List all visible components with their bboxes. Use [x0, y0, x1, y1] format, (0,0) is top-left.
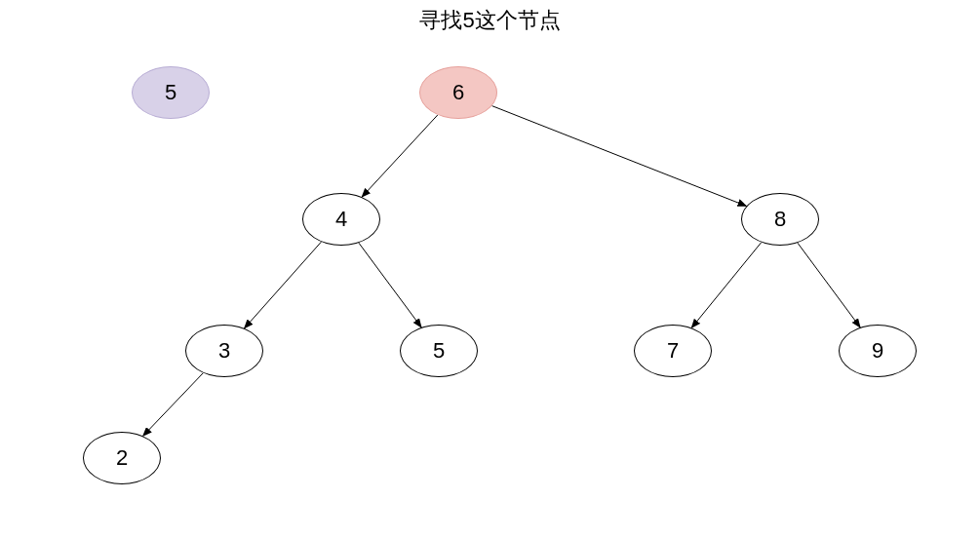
- edge-n4-n5: [359, 243, 421, 327]
- node-label: 3: [218, 338, 230, 364]
- tree-node-2: 2: [83, 432, 161, 484]
- node-label: 4: [335, 207, 347, 232]
- tree-node-6: 6: [419, 66, 497, 119]
- edge-n4-n3: [245, 242, 322, 328]
- tree-node-3: 3: [185, 325, 263, 377]
- tree-node-7: 7: [634, 325, 712, 377]
- target-node: 5: [132, 66, 210, 119]
- node-label: 2: [116, 445, 128, 471]
- node-label: 8: [774, 207, 786, 232]
- node-label: 7: [667, 338, 679, 364]
- node-label: 6: [452, 80, 464, 105]
- node-label: 5: [165, 80, 176, 105]
- edge-n8-n7: [691, 243, 761, 328]
- tree-node-9: 9: [839, 325, 917, 377]
- tree-node-5: 5: [400, 325, 478, 377]
- node-label: 9: [872, 338, 883, 364]
- node-label: 5: [433, 338, 445, 364]
- edge-n6-n4: [362, 115, 438, 197]
- edge-n3-n2: [143, 373, 204, 437]
- tree-node-4: 4: [302, 193, 380, 246]
- edge-n6-n8: [492, 106, 747, 207]
- tree-node-8: 8: [741, 193, 819, 246]
- edge-n8-n9: [798, 243, 860, 327]
